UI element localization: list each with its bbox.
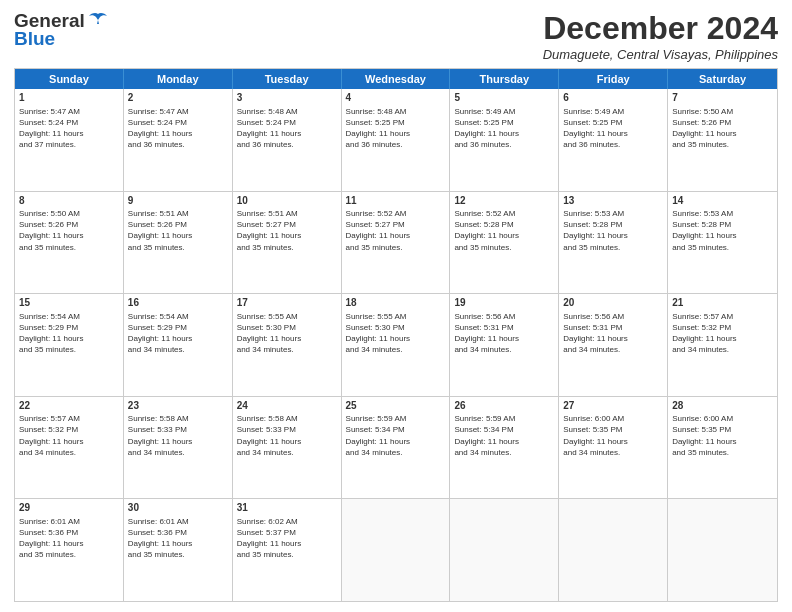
cell-text-line: Daylight: 11 hours bbox=[563, 128, 663, 139]
week-row-5: 29Sunrise: 6:01 AMSunset: 5:36 PMDayligh… bbox=[15, 499, 777, 601]
cell-text-line: Sunrise: 5:53 AM bbox=[563, 208, 663, 219]
cell-text-line: Sunrise: 5:56 AM bbox=[563, 311, 663, 322]
cell-text-line: Daylight: 11 hours bbox=[19, 436, 119, 447]
calendar-cell bbox=[450, 499, 559, 601]
cell-text-line: Sunrise: 5:48 AM bbox=[346, 106, 446, 117]
cell-text-line: Sunrise: 5:48 AM bbox=[237, 106, 337, 117]
calendar-cell: 10Sunrise: 5:51 AMSunset: 5:27 PMDayligh… bbox=[233, 192, 342, 294]
calendar-cell: 21Sunrise: 5:57 AMSunset: 5:32 PMDayligh… bbox=[668, 294, 777, 396]
week-row-3: 15Sunrise: 5:54 AMSunset: 5:29 PMDayligh… bbox=[15, 294, 777, 397]
cell-text-line: Sunset: 5:36 PM bbox=[128, 527, 228, 538]
cell-text-line: Sunset: 5:24 PM bbox=[237, 117, 337, 128]
day-number: 8 bbox=[19, 194, 119, 208]
day-number: 12 bbox=[454, 194, 554, 208]
day-number: 23 bbox=[128, 399, 228, 413]
calendar-cell: 30Sunrise: 6:01 AMSunset: 5:36 PMDayligh… bbox=[124, 499, 233, 601]
cell-text-line: Daylight: 11 hours bbox=[454, 436, 554, 447]
cell-text-line: Daylight: 11 hours bbox=[346, 333, 446, 344]
header: General Blue December 2024 Dumaguete, Ce… bbox=[14, 10, 778, 62]
logo: General Blue bbox=[14, 10, 109, 50]
day-number: 25 bbox=[346, 399, 446, 413]
calendar-cell: 19Sunrise: 5:56 AMSunset: 5:31 PMDayligh… bbox=[450, 294, 559, 396]
cell-text-line: Sunset: 5:30 PM bbox=[237, 322, 337, 333]
calendar-cell: 9Sunrise: 5:51 AMSunset: 5:26 PMDaylight… bbox=[124, 192, 233, 294]
cell-text-line: and 36 minutes. bbox=[237, 139, 337, 150]
logo-bird-icon bbox=[87, 10, 109, 32]
cell-text-line: Sunset: 5:34 PM bbox=[346, 424, 446, 435]
cell-text-line: Sunrise: 6:02 AM bbox=[237, 516, 337, 527]
cell-text-line: Daylight: 11 hours bbox=[128, 230, 228, 241]
cell-text-line: and 34 minutes. bbox=[563, 344, 663, 355]
cell-text-line: Sunset: 5:31 PM bbox=[563, 322, 663, 333]
calendar-cell: 13Sunrise: 5:53 AMSunset: 5:28 PMDayligh… bbox=[559, 192, 668, 294]
cell-text-line: Sunset: 5:28 PM bbox=[563, 219, 663, 230]
cell-text-line: Daylight: 11 hours bbox=[672, 230, 773, 241]
calendar-cell: 6Sunrise: 5:49 AMSunset: 5:25 PMDaylight… bbox=[559, 89, 668, 191]
cell-text-line: Sunrise: 5:53 AM bbox=[672, 208, 773, 219]
cell-text-line: and 35 minutes. bbox=[237, 549, 337, 560]
cell-text-line: Sunset: 5:32 PM bbox=[672, 322, 773, 333]
cell-text-line: Sunrise: 6:00 AM bbox=[672, 413, 773, 424]
cell-text-line: Sunset: 5:35 PM bbox=[563, 424, 663, 435]
day-number: 9 bbox=[128, 194, 228, 208]
cell-text-line: and 34 minutes. bbox=[563, 447, 663, 458]
cell-text-line: and 36 minutes. bbox=[563, 139, 663, 150]
calendar-cell: 4Sunrise: 5:48 AMSunset: 5:25 PMDaylight… bbox=[342, 89, 451, 191]
day-number: 22 bbox=[19, 399, 119, 413]
cell-text-line: Sunrise: 5:55 AM bbox=[237, 311, 337, 322]
week-row-4: 22Sunrise: 5:57 AMSunset: 5:32 PMDayligh… bbox=[15, 397, 777, 500]
cell-text-line: and 34 minutes. bbox=[346, 344, 446, 355]
cell-text-line: Sunset: 5:24 PM bbox=[128, 117, 228, 128]
cell-text-line: Sunset: 5:35 PM bbox=[672, 424, 773, 435]
location: Dumaguete, Central Visayas, Philippines bbox=[543, 47, 778, 62]
calendar-cell: 7Sunrise: 5:50 AMSunset: 5:26 PMDaylight… bbox=[668, 89, 777, 191]
cell-text-line: Sunrise: 6:01 AM bbox=[19, 516, 119, 527]
cell-text-line: and 35 minutes. bbox=[672, 242, 773, 253]
cell-text-line: Sunset: 5:31 PM bbox=[454, 322, 554, 333]
day-number: 6 bbox=[563, 91, 663, 105]
cell-text-line: Daylight: 11 hours bbox=[19, 538, 119, 549]
cell-text-line: Sunset: 5:28 PM bbox=[454, 219, 554, 230]
cell-text-line: Daylight: 11 hours bbox=[346, 230, 446, 241]
cell-text-line: Sunset: 5:37 PM bbox=[237, 527, 337, 538]
header-wednesday: Wednesday bbox=[342, 69, 451, 89]
cell-text-line: Sunrise: 5:50 AM bbox=[19, 208, 119, 219]
cell-text-line: Sunrise: 6:01 AM bbox=[128, 516, 228, 527]
cell-text-line: and 34 minutes. bbox=[128, 447, 228, 458]
week-row-2: 8Sunrise: 5:50 AMSunset: 5:26 PMDaylight… bbox=[15, 192, 777, 295]
calendar-cell: 5Sunrise: 5:49 AMSunset: 5:25 PMDaylight… bbox=[450, 89, 559, 191]
header-tuesday: Tuesday bbox=[233, 69, 342, 89]
cell-text-line: Daylight: 11 hours bbox=[237, 333, 337, 344]
cell-text-line: Sunset: 5:33 PM bbox=[128, 424, 228, 435]
cell-text-line: Sunrise: 5:55 AM bbox=[346, 311, 446, 322]
cell-text-line: and 36 minutes. bbox=[454, 139, 554, 150]
calendar-cell: 22Sunrise: 5:57 AMSunset: 5:32 PMDayligh… bbox=[15, 397, 124, 499]
cell-text-line: Daylight: 11 hours bbox=[128, 128, 228, 139]
day-number: 10 bbox=[237, 194, 337, 208]
cell-text-line: and 35 minutes. bbox=[19, 549, 119, 560]
cell-text-line: Daylight: 11 hours bbox=[454, 333, 554, 344]
cell-text-line: Sunrise: 5:54 AM bbox=[128, 311, 228, 322]
cell-text-line: and 34 minutes. bbox=[672, 344, 773, 355]
cell-text-line: Daylight: 11 hours bbox=[672, 436, 773, 447]
calendar-cell: 18Sunrise: 5:55 AMSunset: 5:30 PMDayligh… bbox=[342, 294, 451, 396]
cell-text-line: and 37 minutes. bbox=[19, 139, 119, 150]
calendar-cell: 2Sunrise: 5:47 AMSunset: 5:24 PMDaylight… bbox=[124, 89, 233, 191]
day-number: 18 bbox=[346, 296, 446, 310]
cell-text-line: Sunset: 5:26 PM bbox=[19, 219, 119, 230]
cell-text-line: Sunset: 5:36 PM bbox=[19, 527, 119, 538]
calendar-cell: 23Sunrise: 5:58 AMSunset: 5:33 PMDayligh… bbox=[124, 397, 233, 499]
cell-text-line: Sunset: 5:29 PM bbox=[19, 322, 119, 333]
cell-text-line: Daylight: 11 hours bbox=[19, 333, 119, 344]
cell-text-line: Sunset: 5:33 PM bbox=[237, 424, 337, 435]
cell-text-line: Sunset: 5:32 PM bbox=[19, 424, 119, 435]
cell-text-line: Sunset: 5:34 PM bbox=[454, 424, 554, 435]
calendar-cell: 15Sunrise: 5:54 AMSunset: 5:29 PMDayligh… bbox=[15, 294, 124, 396]
cell-text-line: Daylight: 11 hours bbox=[672, 333, 773, 344]
cell-text-line: Sunset: 5:26 PM bbox=[128, 219, 228, 230]
calendar-cell: 20Sunrise: 5:56 AMSunset: 5:31 PMDayligh… bbox=[559, 294, 668, 396]
cell-text-line: Daylight: 11 hours bbox=[128, 436, 228, 447]
cell-text-line: and 34 minutes. bbox=[454, 344, 554, 355]
calendar-cell: 16Sunrise: 5:54 AMSunset: 5:29 PMDayligh… bbox=[124, 294, 233, 396]
cell-text-line: Daylight: 11 hours bbox=[454, 230, 554, 241]
